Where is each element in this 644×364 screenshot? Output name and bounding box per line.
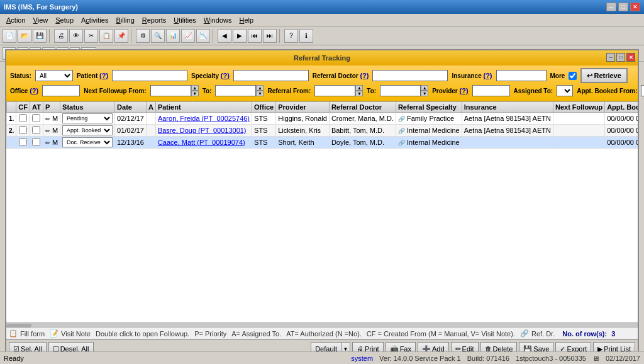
spin-up3[interactable]: ▲ (355, 85, 363, 91)
menu-help[interactable]: Help (235, 15, 257, 25)
status-dropdown[interactable]: Appt. Booked (62, 125, 113, 135)
patient-input[interactable]: All (112, 70, 187, 81)
menu-setup[interactable]: Setup (52, 15, 77, 25)
visit-note-icon[interactable]: 📝 (50, 329, 58, 338)
tb-open[interactable]: 📂 (18, 29, 31, 43)
provider-help[interactable]: (?) (460, 87, 469, 94)
scroll-bar[interactable] (6, 322, 638, 327)
tb-btn12[interactable]: ⏮ (248, 29, 262, 43)
col-a[interactable]: A (146, 102, 155, 113)
tb-preview[interactable]: 👁 (69, 29, 83, 43)
referral-to[interactable]: 00/00/00 (380, 85, 421, 96)
close-button[interactable]: ✕ (630, 3, 640, 11)
col-referral-doctor[interactable]: Referral Doctor (329, 102, 396, 113)
menu-utilities[interactable]: Utilities (170, 15, 199, 25)
specialty-help[interactable]: (?) (221, 72, 230, 79)
col-p[interactable]: P (43, 102, 60, 113)
tb-btn7[interactable]: 📊 (166, 29, 180, 43)
col-provider[interactable]: Provider (276, 102, 330, 113)
win-minimize[interactable]: ─ (606, 53, 615, 62)
referral-from[interactable]: 00/00/00 (314, 85, 355, 96)
col-date[interactable]: Date (115, 102, 147, 113)
next-followup-from[interactable]: 00/00/00 (150, 85, 191, 96)
tb-btn10[interactable]: ◀ (218, 29, 231, 43)
status-dropdown[interactable]: Pending (62, 113, 113, 123)
tb-info[interactable]: ℹ (299, 29, 313, 43)
patient-link[interactable]: Caace, Matt (PT_00019074) (158, 139, 245, 146)
menu-action[interactable]: Action (3, 15, 30, 25)
tb-copy[interactable]: 📋 (99, 29, 113, 43)
office-input[interactable]: All (42, 85, 80, 96)
edit-icon-small[interactable]: ✏ (45, 140, 50, 146)
tb-btn5[interactable]: ⚙ (136, 29, 150, 43)
patient-help[interactable]: (?) (99, 72, 108, 79)
insurance-input[interactable]: All (496, 70, 547, 81)
at-checkbox[interactable] (32, 138, 40, 146)
referral-to-spin[interactable]: ▲ ▼ (421, 85, 428, 96)
menu-activities[interactable]: Activities (77, 15, 112, 25)
retrieve-button[interactable]: ↩ Retrieve (580, 68, 627, 83)
insurance-help[interactable]: (?) (483, 72, 492, 79)
tb-help[interactable]: ? (284, 29, 298, 43)
win-title-controls[interactable]: ─ □ ✕ (606, 53, 635, 62)
status-select[interactable]: All (35, 70, 73, 81)
maximize-button[interactable]: □ (618, 3, 628, 11)
col-next-followup[interactable]: Next Followup (553, 102, 604, 113)
cf-checkbox[interactable] (19, 126, 27, 134)
referral-from-spin[interactable]: ▲ ▼ (355, 85, 363, 96)
tb-save[interactable]: 💾 (33, 29, 47, 43)
edit-icon-small[interactable]: ✏ (45, 116, 50, 122)
col-at[interactable]: AT (30, 102, 43, 113)
more-checkbox[interactable] (569, 72, 577, 80)
minimize-button[interactable]: ─ (606, 3, 616, 11)
assigned-to-select[interactable] (557, 85, 573, 96)
at-checkbox[interactable] (32, 126, 40, 134)
appt-booked-from[interactable]: 00/00/00 (641, 85, 644, 96)
tb-cut[interactable]: ✂ (84, 29, 98, 43)
spin-down4[interactable]: ▼ (421, 91, 428, 96)
patient-link[interactable]: Aaron, Freida (PT_00025746) (158, 115, 250, 122)
tb-new[interactable]: 📄 (3, 29, 16, 43)
next-followup-from-spin[interactable]: ▲ ▼ (191, 85, 199, 96)
referral-doctor-input[interactable]: All (372, 70, 448, 81)
tb-paste[interactable]: 📌 (114, 29, 128, 43)
spin-up2[interactable]: ▲ (256, 85, 264, 91)
patient-link[interactable]: Basre, Doug (PT_00013001) (158, 127, 247, 134)
tb-btn9[interactable]: 📉 (196, 29, 210, 43)
col-referral-specialty[interactable]: Referral Specialty (396, 102, 462, 113)
spin-up[interactable]: ▲ (191, 85, 199, 91)
title-bar-controls[interactable]: ─ □ ✕ (606, 3, 640, 11)
tb-print[interactable]: 🖨 (54, 29, 68, 43)
spin-down[interactable]: ▼ (191, 91, 199, 96)
referral-doctor-help[interactable]: (?) (360, 72, 369, 79)
col-cf[interactable]: CF (16, 102, 30, 113)
tb-btn8[interactable]: 📈 (181, 29, 195, 43)
scroll-thumb[interactable] (6, 324, 31, 327)
col-patient[interactable]: Patient (155, 102, 252, 113)
ref-dr-icon[interactable]: 🔗 (520, 329, 529, 338)
menu-reports[interactable]: Reports (138, 15, 170, 25)
win-maximize[interactable]: □ (616, 53, 625, 62)
col-appt-booked[interactable]: Appt. Booked (605, 102, 638, 113)
tb-btn13[interactable]: ⏭ (263, 29, 277, 43)
menu-view[interactable]: View (30, 15, 52, 25)
menu-billing[interactable]: Billing (112, 15, 138, 25)
menu-windows[interactable]: Windows (200, 15, 236, 25)
provider-input[interactable]: All (472, 85, 510, 96)
edit-icon-small[interactable]: ✏ (45, 128, 50, 134)
spin-down2[interactable]: ▼ (256, 91, 264, 96)
col-office[interactable]: Office (252, 102, 276, 113)
tb-btn6[interactable]: 🔍 (151, 29, 165, 43)
cf-checkbox[interactable] (19, 138, 27, 146)
office-help[interactable]: (?) (30, 87, 38, 94)
specialty-input[interactable]: All (233, 70, 309, 81)
next-followup-to[interactable]: 00/00/00 (215, 85, 256, 96)
at-checkbox[interactable] (32, 114, 40, 122)
cf-checkbox[interactable] (19, 114, 27, 122)
next-followup-to-spin[interactable]: ▲ ▼ (256, 85, 264, 96)
fill-form-icon[interactable]: 📋 (9, 329, 18, 338)
spin-down3[interactable]: ▼ (355, 91, 363, 96)
win-close[interactable]: ✕ (626, 53, 635, 62)
col-insurance[interactable]: Insurance (462, 102, 553, 113)
col-status[interactable]: Status (60, 102, 115, 113)
